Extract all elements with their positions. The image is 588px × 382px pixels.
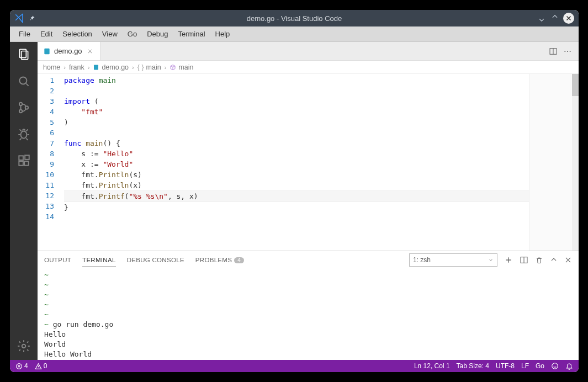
code-line: } [64, 202, 579, 213]
minimap[interactable] [529, 74, 579, 251]
svg-rect-8 [19, 161, 23, 166]
status-language[interactable]: Go [536, 362, 544, 370]
menu-debug[interactable]: Debug [142, 28, 172, 40]
split-terminal-icon[interactable] [520, 256, 528, 264]
breadcrumbs: home › frank › demo.go › { } main › main [38, 61, 579, 74]
svg-point-16 [570, 50, 571, 51]
settings-gear-icon[interactable] [17, 339, 31, 353]
code-line [64, 213, 579, 223]
source-control-icon[interactable] [17, 100, 31, 115]
status-warnings[interactable]: 0 [35, 362, 47, 370]
panel-tab-debug-console[interactable]: DEBUG CONSOLE [127, 257, 184, 263]
scrollbar[interactable] [572, 74, 579, 251]
kill-terminal-icon[interactable] [535, 256, 543, 264]
menu-file[interactable]: File [14, 28, 35, 40]
close-panel-icon[interactable] [564, 256, 572, 264]
code-line: fmt.Println(s) [64, 169, 579, 180]
svg-rect-0 [19, 49, 26, 57]
svg-rect-7 [19, 156, 23, 160]
svg-point-20 [552, 363, 558, 369]
svg-rect-1 [22, 51, 28, 60]
svg-rect-9 [24, 161, 29, 166]
svg-point-2 [19, 77, 27, 84]
svg-point-11 [22, 344, 26, 348]
explorer-icon[interactable] [17, 47, 31, 62]
menu-go[interactable]: Go [123, 28, 141, 40]
svg-point-14 [564, 50, 565, 51]
panel-tab-problems[interactable]: PROBLEMS4 [195, 257, 244, 263]
panel-tab-output[interactable]: OUTPUT [44, 257, 71, 263]
menu-edit[interactable]: Edit [36, 28, 57, 40]
debug-icon[interactable] [17, 127, 31, 141]
menu-help[interactable]: Help [211, 28, 235, 40]
code-line: fmt.Println(x) [64, 180, 579, 190]
breadcrumb-package[interactable]: { } main [137, 63, 161, 71]
code-line: ) [64, 117, 579, 128]
go-file-icon [43, 47, 51, 55]
svg-point-3 [19, 103, 22, 105]
new-terminal-icon[interactable] [504, 256, 513, 264]
svg-rect-17 [94, 65, 98, 70]
code-line: func main() { [64, 138, 579, 148]
scrollbar-thumb[interactable] [572, 74, 579, 96]
search-icon[interactable] [17, 74, 31, 88]
svg-rect-10 [25, 155, 29, 160]
code-editor[interactable]: 1 2 3 4 5 6 7 8 9 10 11 12 13 14 package… [38, 74, 579, 251]
more-actions-icon[interactable] [563, 47, 572, 56]
breadcrumb-file[interactable]: demo.go [93, 63, 129, 71]
cube-icon [169, 64, 176, 71]
svg-rect-12 [44, 48, 49, 54]
titlebar: demo.go - Visual Studio Code [10, 10, 579, 26]
terminal-selector[interactable]: 1: zsh [409, 253, 497, 267]
code-line [64, 86, 579, 96]
chevron-right-icon: › [132, 64, 134, 71]
svg-point-15 [567, 50, 568, 51]
app-logo-icon [14, 13, 24, 23]
notifications-bell-icon[interactable] [565, 362, 573, 370]
chevron-right-icon: › [165, 64, 167, 71]
activitybar [10, 42, 38, 360]
feedback-icon[interactable] [551, 362, 559, 370]
breadcrumb-home[interactable]: home [43, 63, 60, 71]
chevron-right-icon: › [63, 64, 66, 71]
bottom-panel: OUTPUT TERMINAL DEBUG CONSOLE PROBLEMS4 … [38, 251, 579, 360]
code-line: package main [64, 75, 579, 86]
code-line [64, 128, 579, 138]
terminal[interactable]: ~ ~ ~ ~ ~ ~ go run demo.go Hello World H… [38, 269, 579, 360]
editor-tabs: demo.go [38, 42, 579, 61]
status-eol[interactable]: LF [521, 362, 529, 370]
chevron-down-icon [488, 257, 494, 263]
vscode-window: demo.go - Visual Studio Code File Edit S… [10, 10, 579, 372]
breadcrumb-user[interactable]: frank [69, 63, 84, 71]
breadcrumb-symbol[interactable]: main [169, 63, 193, 71]
problems-badge: 4 [234, 257, 244, 263]
code-line: import ( [64, 96, 579, 107]
code-content[interactable]: package main import ( "fmt") func main()… [64, 74, 579, 251]
code-line: fmt.Printf("%s %s\n", s, x) [64, 190, 579, 202]
split-editor-icon[interactable] [549, 47, 558, 56]
svg-point-5 [25, 106, 28, 109]
status-encoding[interactable]: UTF-8 [496, 362, 515, 370]
panel-tab-terminal[interactable]: TERMINAL [82, 257, 116, 267]
line-numbers: 1 2 3 4 5 6 7 8 9 10 11 12 13 14 [38, 74, 64, 251]
maximize-panel-icon[interactable] [550, 256, 558, 264]
menu-terminal[interactable]: Terminal [173, 28, 209, 40]
close-button[interactable] [563, 13, 574, 24]
maximize-button[interactable] [550, 13, 560, 23]
tab-demo-go[interactable]: demo.go [38, 42, 100, 60]
braces-icon: { } [137, 63, 144, 71]
tab-close-icon[interactable] [86, 48, 94, 55]
status-tabsize[interactable]: Tab Size: 4 [457, 362, 489, 370]
chevron-right-icon: › [88, 64, 90, 71]
status-cursor[interactable]: Ln 12, Col 1 [414, 362, 450, 370]
status-errors[interactable]: 4 [15, 362, 28, 370]
menu-view[interactable]: View [98, 28, 122, 40]
code-line: s := "Hello" [64, 148, 579, 159]
menu-selection[interactable]: Selection [58, 28, 96, 40]
minimize-button[interactable] [537, 13, 547, 23]
panel-tabs: OUTPUT TERMINAL DEBUG CONSOLE PROBLEMS4 … [38, 251, 579, 269]
pin-icon[interactable] [29, 15, 35, 22]
extensions-icon[interactable] [17, 153, 31, 168]
code-line: x := "World" [64, 159, 579, 169]
code-line: "fmt" [64, 107, 579, 117]
